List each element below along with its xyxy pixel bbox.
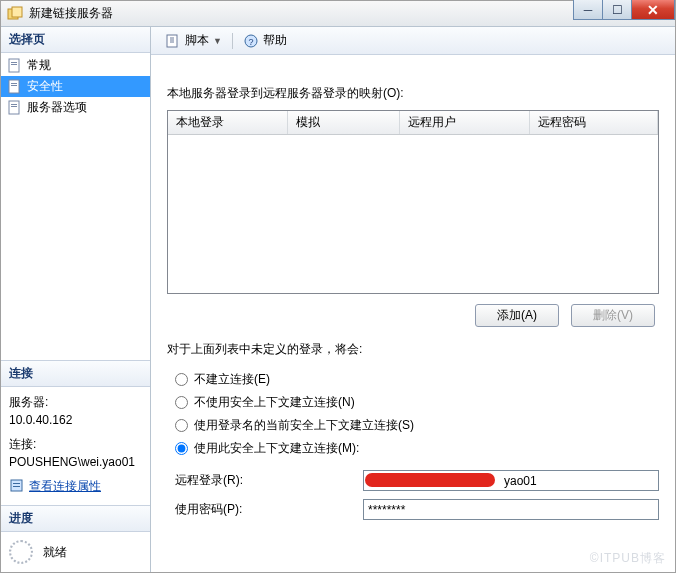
remote-login-input[interactable] bbox=[363, 470, 659, 491]
conn-label: 连接: bbox=[9, 435, 142, 453]
col-local-login[interactable]: 本地登录 bbox=[168, 111, 288, 134]
radio-no-connection[interactable]: 不建立连接(E) bbox=[167, 368, 659, 391]
dropdown-arrow-icon: ▼ bbox=[213, 36, 222, 46]
svg-rect-12 bbox=[13, 483, 20, 484]
watermark: ©ITPUB博客 bbox=[590, 550, 666, 567]
spinner-icon bbox=[9, 540, 33, 564]
server-value: 10.0.40.162 bbox=[9, 411, 142, 429]
page-icon bbox=[7, 79, 23, 95]
password-label: 使用密码(P): bbox=[175, 501, 363, 518]
properties-icon bbox=[9, 478, 25, 494]
radio-label: 使用登录名的当前安全上下文建立连接(S) bbox=[194, 417, 414, 434]
radio-input[interactable] bbox=[175, 373, 188, 386]
progress-body: 就绪 bbox=[1, 532, 150, 572]
dialog-window: 新建链接服务器 ─ ☐ ✕ 选择页 常规 安全性 服务器选项 bbox=[0, 0, 676, 573]
server-label: 服务器: bbox=[9, 393, 142, 411]
grid-header: 本地登录 模拟 远程用户 远程密码 bbox=[168, 111, 658, 135]
app-icon bbox=[7, 6, 23, 22]
minimize-button[interactable]: ─ bbox=[573, 0, 603, 20]
svg-rect-11 bbox=[11, 480, 22, 491]
script-label: 脚本 bbox=[185, 32, 209, 49]
progress-header: 进度 bbox=[1, 506, 150, 532]
help-label: 帮助 bbox=[263, 32, 287, 49]
toolbar: 脚本 ▼ ? 帮助 bbox=[151, 27, 675, 55]
login-mapping-grid[interactable]: 本地登录 模拟 远程用户 远程密码 bbox=[167, 110, 659, 294]
svg-text:?: ? bbox=[248, 37, 253, 47]
connection-section: 连接 服务器: 10.0.40.162 连接: POUSHENG\wei.yao… bbox=[1, 360, 150, 505]
help-button[interactable]: ? 帮助 bbox=[237, 30, 293, 51]
remote-login-row: 远程登录(R): bbox=[167, 466, 659, 495]
radio-this-security-context[interactable]: 使用此安全上下文建立连接(M): bbox=[167, 437, 659, 460]
nav-label: 常规 bbox=[27, 57, 51, 74]
radio-input[interactable] bbox=[175, 396, 188, 409]
nav-general[interactable]: 常规 bbox=[1, 55, 150, 76]
security-radio-group: 不建立连接(E) 不使用安全上下文建立连接(N) 使用登录名的当前安全上下文建立… bbox=[167, 368, 659, 460]
left-panel: 选择页 常规 安全性 服务器选项 连接 服务器: bbox=[1, 27, 151, 572]
svg-rect-9 bbox=[11, 104, 17, 105]
maximize-button[interactable]: ☐ bbox=[602, 0, 632, 20]
nav-server-options[interactable]: 服务器选项 bbox=[1, 97, 150, 118]
mapping-label: 本地服务器登录到远程服务器登录的映射(O): bbox=[167, 85, 659, 102]
link-text: 查看连接属性 bbox=[29, 477, 101, 495]
progress-section: 进度 就绪 bbox=[1, 505, 150, 572]
radio-no-security-context[interactable]: 不使用安全上下文建立连接(N) bbox=[167, 391, 659, 414]
svg-rect-7 bbox=[11, 85, 17, 86]
svg-rect-8 bbox=[9, 101, 19, 114]
add-button[interactable]: 添加(A) bbox=[475, 304, 559, 327]
svg-rect-1 bbox=[12, 7, 22, 17]
radio-label: 不建立连接(E) bbox=[194, 371, 270, 388]
close-button[interactable]: ✕ bbox=[631, 0, 675, 20]
radio-input[interactable] bbox=[175, 419, 188, 432]
radio-current-security-context[interactable]: 使用登录名的当前安全上下文建立连接(S) bbox=[167, 414, 659, 437]
help-icon: ? bbox=[243, 33, 259, 49]
svg-rect-3 bbox=[11, 62, 17, 63]
grid-buttons: 添加(A) 删除(V) bbox=[167, 294, 659, 341]
page-icon bbox=[7, 58, 23, 74]
window-title: 新建链接服务器 bbox=[29, 5, 113, 22]
svg-rect-4 bbox=[11, 64, 17, 65]
progress-status: 就绪 bbox=[43, 544, 67, 561]
content-area: 本地服务器登录到远程服务器登录的映射(O): 本地登录 模拟 远程用户 远程密码… bbox=[151, 55, 675, 572]
col-remote-password[interactable]: 远程密码 bbox=[530, 111, 658, 134]
svg-rect-6 bbox=[11, 83, 17, 84]
password-input[interactable] bbox=[363, 499, 659, 520]
connection-header: 连接 bbox=[1, 361, 150, 387]
page-icon bbox=[7, 100, 23, 116]
nav-security[interactable]: 安全性 bbox=[1, 76, 150, 97]
page-nav: 常规 安全性 服务器选项 bbox=[1, 53, 150, 120]
window-buttons: ─ ☐ ✕ bbox=[574, 0, 675, 20]
script-button[interactable]: 脚本 ▼ bbox=[159, 30, 228, 51]
remote-login-label: 远程登录(R): bbox=[175, 472, 363, 489]
svg-rect-5 bbox=[9, 80, 19, 93]
connection-body: 服务器: 10.0.40.162 连接: POUSHENG\wei.yao01 … bbox=[1, 387, 150, 505]
svg-rect-10 bbox=[11, 106, 17, 107]
nav-label: 服务器选项 bbox=[27, 99, 87, 116]
radio-label: 使用此安全上下文建立连接(M): bbox=[194, 440, 359, 457]
col-impersonate[interactable]: 模拟 bbox=[288, 111, 400, 134]
remove-button[interactable]: 删除(V) bbox=[571, 304, 655, 327]
right-panel: 脚本 ▼ ? 帮助 本地服务器登录到远程服务器登录的映射(O): 本地登录 模拟… bbox=[151, 27, 675, 572]
conn-value: POUSHENG\wei.yao01 bbox=[9, 453, 142, 471]
radio-input[interactable] bbox=[175, 442, 188, 455]
dialog-body: 选择页 常规 安全性 服务器选项 连接 服务器: bbox=[1, 27, 675, 572]
view-connection-props-link[interactable]: 查看连接属性 bbox=[9, 477, 101, 495]
script-icon bbox=[165, 33, 181, 49]
password-row: 使用密码(P): bbox=[167, 495, 659, 524]
select-page-header: 选择页 bbox=[1, 27, 150, 53]
undefined-logins-label: 对于上面列表中未定义的登录，将会: bbox=[167, 341, 659, 358]
svg-rect-13 bbox=[13, 486, 20, 487]
titlebar[interactable]: 新建链接服务器 ─ ☐ ✕ bbox=[1, 1, 675, 27]
col-remote-user[interactable]: 远程用户 bbox=[400, 111, 530, 134]
svg-rect-14 bbox=[167, 35, 177, 47]
nav-label: 安全性 bbox=[27, 78, 63, 95]
svg-rect-2 bbox=[9, 59, 19, 72]
radio-label: 不使用安全上下文建立连接(N) bbox=[194, 394, 355, 411]
